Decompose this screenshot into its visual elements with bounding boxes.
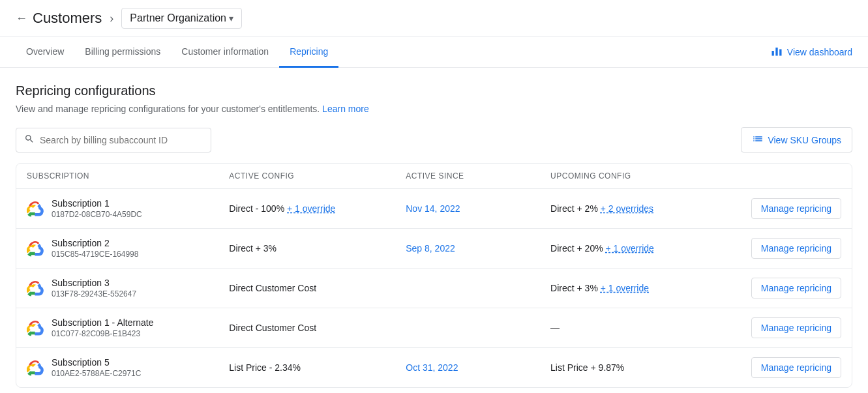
active-since-cell-3 xyxy=(395,308,540,348)
org-name: Partner Organization xyxy=(130,12,226,24)
chevron-down-icon: ▾ xyxy=(229,13,233,23)
manage-repricing-button-1[interactable]: Manage repricing xyxy=(751,238,841,259)
subscription-cell-0: Subscription 1 0187D2-08CB70-4A59DC xyxy=(16,189,218,229)
upcoming-config-cell-0: Direct + 2% + 2 overrides xyxy=(540,189,741,229)
search-container: View SKU Groups xyxy=(16,127,852,153)
subscription-name-3: Subscription 1 - Alternate xyxy=(52,317,153,328)
actions-cell-1: Manage repricing xyxy=(741,229,852,269)
back-button[interactable]: ← xyxy=(16,12,27,25)
subscription-icon-1 xyxy=(27,239,45,259)
chart-icon xyxy=(770,44,783,61)
table-row: Subscription 2 015C85-4719CE-164998 Dire… xyxy=(16,229,852,269)
page-title: Repricing configurations xyxy=(16,83,852,98)
col-header-actions xyxy=(741,164,852,189)
active-since-cell-0: Nov 14, 2022 xyxy=(395,189,540,229)
customers-breadcrumb[interactable]: Customers xyxy=(33,10,102,27)
subscription-name-1: Subscription 2 xyxy=(52,238,138,248)
subscription-name-2: Subscription 3 xyxy=(52,278,136,288)
active-config-cell-3: Direct Customer Cost xyxy=(218,308,395,348)
page-description: View and manage repricing configurations… xyxy=(16,104,852,114)
search-input[interactable] xyxy=(40,135,203,145)
table-row: Subscription 1 0187D2-08CB70-4A59DC Dire… xyxy=(16,189,852,229)
view-dashboard-label: View dashboard xyxy=(787,47,852,57)
breadcrumb-separator: › xyxy=(110,12,113,25)
search-wrapper xyxy=(16,128,211,153)
active-config-cell-4: List Price - 2.34% xyxy=(218,348,395,388)
col-header-active-since: ACTIVE SINCE xyxy=(395,164,540,189)
tab-customer-info[interactable]: Customer information xyxy=(171,37,279,68)
upcoming-config-cell-3: — xyxy=(540,308,741,348)
page-header: ← Customers › Partner Organization ▾ xyxy=(0,0,868,37)
subscription-name-4: Subscription 5 xyxy=(52,357,141,368)
active-config-cell-0: Direct - 100% + 1 override xyxy=(218,189,395,229)
svg-rect-1 xyxy=(775,48,777,56)
col-header-upcoming-config: UPCOMING CONFIG xyxy=(540,164,741,189)
table-row: Subscription 5 010AE2-5788AE-C2971C List… xyxy=(16,348,852,388)
manage-repricing-button-0[interactable]: Manage repricing xyxy=(751,198,841,219)
col-header-subscription: SUBSCRIPTION xyxy=(16,164,218,189)
active-since-link-4[interactable]: Oct 31, 2022 xyxy=(406,362,458,373)
subscription-id-1: 015C85-4719CE-164998 xyxy=(52,250,138,259)
manage-repricing-button-4[interactable]: Manage repricing xyxy=(751,357,841,378)
active-since-link-0[interactable]: Nov 14, 2022 xyxy=(406,203,460,214)
actions-cell-2: Manage repricing xyxy=(741,269,852,308)
upcoming-config-cell-4: List Price + 9.87% xyxy=(540,348,741,388)
repricing-table: SUBSCRIPTION ACTIVE CONFIG ACTIVE SINCE … xyxy=(16,163,852,388)
upcoming-config-link-2[interactable]: + 1 override xyxy=(601,283,649,293)
svg-rect-0 xyxy=(771,51,773,56)
subscription-id-2: 013F78-29243E-552647 xyxy=(52,289,136,298)
subscription-cell-1: Subscription 2 015C85-4719CE-164998 xyxy=(16,229,218,269)
learn-more-link[interactable]: Learn more xyxy=(322,104,369,114)
subscription-id-3: 01C077-82C09B-E1B423 xyxy=(52,329,153,338)
table-row: Subscription 3 013F78-29243E-552647 Dire… xyxy=(16,269,852,308)
org-selector[interactable]: Partner Organization ▾ xyxy=(121,8,242,29)
manage-repricing-button-2[interactable]: Manage repricing xyxy=(751,278,841,298)
subscription-icon-2 xyxy=(27,278,45,298)
manage-repricing-button-3[interactable]: Manage repricing xyxy=(751,317,841,338)
tab-bar: Overview Billing permissions Customer in… xyxy=(0,37,868,68)
upcoming-config-link-1[interactable]: + 1 override xyxy=(606,243,654,254)
active-config-link-0[interactable]: + 1 override xyxy=(287,203,335,214)
upcoming-config-cell-1: Direct + 20% + 1 override xyxy=(540,229,741,269)
svg-rect-2 xyxy=(779,49,781,55)
upcoming-config-link-0[interactable]: + 2 overrides xyxy=(601,203,653,214)
subscription-icon-0 xyxy=(27,199,45,219)
search-icon xyxy=(24,134,35,147)
subscription-cell-2: Subscription 3 013F78-29243E-552647 xyxy=(16,269,218,308)
active-since-cell-4: Oct 31, 2022 xyxy=(395,348,540,388)
page-content: Repricing configurations View and manage… xyxy=(0,68,868,388)
view-dashboard-button[interactable]: View dashboard xyxy=(770,44,852,61)
subscription-icon-4 xyxy=(27,358,45,378)
tab-repricing[interactable]: Repricing xyxy=(279,37,338,68)
view-sku-groups-button[interactable]: View SKU Groups xyxy=(741,127,852,153)
active-since-link-1[interactable]: Sep 8, 2022 xyxy=(406,243,455,254)
actions-cell-3: Manage repricing xyxy=(741,308,852,348)
active-since-cell-2 xyxy=(395,269,540,308)
active-config-cell-2: Direct Customer Cost xyxy=(218,269,395,308)
tab-overview[interactable]: Overview xyxy=(16,37,74,68)
table-row: Subscription 1 - Alternate 01C077-82C09B… xyxy=(16,308,852,348)
active-config-cell-1: Direct + 3% xyxy=(218,229,395,269)
subscription-id-4: 010AE2-5788AE-C2971C xyxy=(52,369,141,378)
col-header-active-config: ACTIVE CONFIG xyxy=(218,164,395,189)
tab-billing[interactable]: Billing permissions xyxy=(74,37,171,68)
list-icon xyxy=(752,133,764,147)
subscription-icon-3 xyxy=(27,318,45,338)
actions-cell-4: Manage repricing xyxy=(741,348,852,388)
subscription-cell-3: Subscription 1 - Alternate 01C077-82C09B… xyxy=(16,308,218,348)
upcoming-config-cell-2: Direct + 3% + 1 override xyxy=(540,269,741,308)
active-since-cell-1: Sep 8, 2022 xyxy=(395,229,540,269)
subscription-name-0: Subscription 1 xyxy=(52,198,142,209)
subscription-id-0: 0187D2-08CB70-4A59DC xyxy=(52,210,142,219)
subscription-cell-4: Subscription 5 010AE2-5788AE-C2971C xyxy=(16,348,218,388)
view-sku-label: View SKU Groups xyxy=(768,135,841,145)
actions-cell-0: Manage repricing xyxy=(741,189,852,229)
